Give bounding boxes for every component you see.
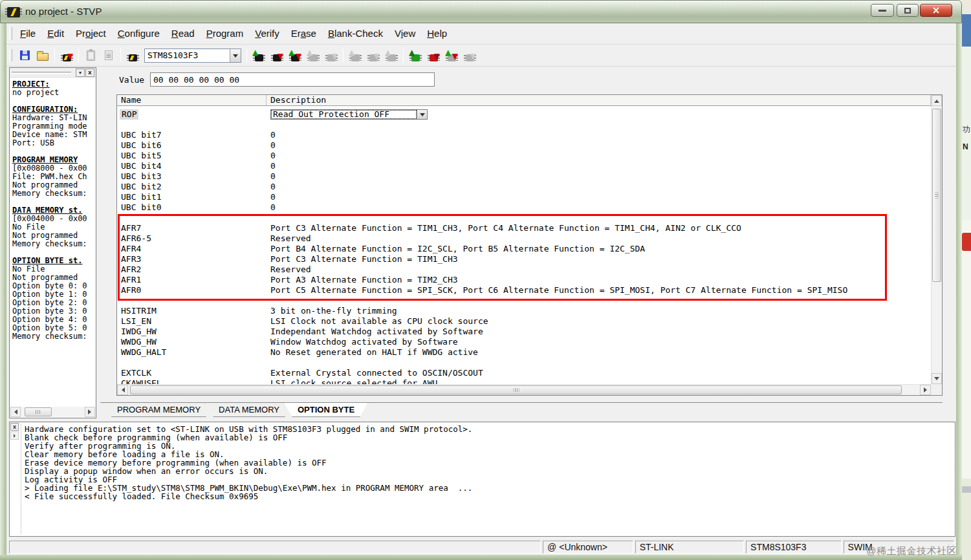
table-row[interactable]: AFR3Port C3 Alternate Function = TIM1_CH… (117, 254, 931, 264)
arrow-up-icon: ▲ (385, 48, 391, 56)
sidebar-grip[interactable] (12, 72, 71, 74)
option-description: 0 (270, 161, 276, 171)
table-row[interactable]: WWDG_HALTNo Reset generated on HALT if W… (117, 347, 931, 358)
tab-program-memory[interactable]: PROGRAM MEMORY (103, 403, 215, 417)
log-line: < File successfully loaded. File Checksu… (25, 492, 954, 501)
arrow-down-icon: ▼ (434, 52, 440, 60)
value-label: Value (119, 75, 144, 85)
table-row[interactable]: UBC bit30 (117, 171, 931, 182)
table-row[interactable]: CKAWUSELLSI clock source selected for AW… (117, 378, 931, 384)
sidebar-line (12, 147, 95, 156)
table-row[interactable]: AFR0Port C5 Alternate Function = SPI_SCK… (117, 285, 931, 296)
title-bar[interactable]: no project - STVP × (0, 0, 962, 23)
table-row[interactable]: UBC bit70 (117, 130, 931, 140)
program-active-tab-button[interactable]: ▼ (426, 48, 441, 63)
scrollbar-thumb[interactable] (130, 385, 902, 394)
floppy-icon (20, 50, 30, 60)
table-row[interactable]: AFR4Port B4 Alternate Function = I2C_SCL… (117, 244, 931, 254)
column-header-description[interactable]: Description (267, 95, 931, 105)
device-select[interactable]: STM8S103F3 (144, 48, 241, 63)
maximize-icon (904, 8, 911, 14)
read-active-tab-button[interactable]: ▲ (408, 48, 423, 63)
verify-active-tab-button[interactable]: ▼▲ (444, 48, 459, 63)
table-row[interactable]: UBC bit10 (117, 192, 931, 202)
tab-option-byte[interactable]: OPTION BYTE (283, 403, 369, 417)
arrow-left-icon (119, 387, 125, 393)
table-row[interactable]: UBC bit60 (117, 140, 931, 151)
menu-item-view[interactable]: View (389, 23, 421, 39)
menu-item-help[interactable]: Help (421, 23, 453, 39)
desktop-fragment-text: 功 (963, 124, 970, 135)
rop-dropdown[interactable]: Read Out Protection OFF (270, 109, 428, 120)
log-close-button[interactable]: x (10, 423, 19, 431)
table-row[interactable]: HSITRIM3 bit on-the-fly trimming (117, 306, 931, 316)
open-button[interactable] (35, 48, 50, 63)
option-description: LSI Clock not available as CPU clock sou… (270, 316, 488, 327)
toolbar-separator (246, 48, 247, 63)
menu-item-project[interactable]: Project (70, 23, 112, 39)
scroll-right-button[interactable] (920, 385, 931, 395)
table-row[interactable]: UBC bit50 (117, 151, 931, 161)
menu-item-edit[interactable]: Edit (41, 23, 70, 39)
option-description: Port C5 Alternate Function = SPI_SCK, Po… (270, 285, 847, 296)
table-row[interactable]: EXTCLKExternal Crystal connected to OSCI… (117, 368, 931, 378)
scroll-left-button[interactable] (10, 407, 21, 417)
table-row[interactable]: WWDG_HWWindow Watchdog activated by Soft… (117, 337, 931, 347)
menu-item-configure[interactable]: Configure (112, 23, 166, 39)
program-device-button[interactable]: ▼ (59, 48, 74, 63)
menu-item-blank-check[interactable]: Blank-Check (322, 23, 389, 39)
menu-item-erase[interactable]: Erase (285, 23, 322, 39)
chevron-down-icon (420, 113, 425, 119)
maximize-button[interactable] (897, 4, 919, 17)
log-nav-button[interactable] (10, 431, 19, 440)
device-chip-icon[interactable] (125, 48, 140, 63)
table-row[interactable]: AFR2Reserved (117, 264, 931, 275)
sidebar-horizontal-scrollbar[interactable] (10, 407, 95, 417)
table-row[interactable]: UBC bit40 (117, 161, 931, 171)
sidebar-line: Memory checksum: (12, 189, 95, 198)
close-button[interactable]: × (920, 4, 952, 17)
save-button[interactable] (17, 48, 32, 63)
menu-item-program[interactable]: Program (201, 23, 250, 39)
table-row[interactable]: AFR1Port A3 Alternate Function = TIM2_CH… (117, 275, 931, 285)
status-panel-stm8s103f3: STM8S103F3 (746, 541, 842, 554)
rop-dropdown-arrow-button[interactable] (417, 110, 427, 119)
table-row[interactable]: UBC bit00 (117, 202, 931, 213)
device-select-arrow-button[interactable] (230, 49, 241, 62)
sidebar-pin-button[interactable]: ▾ (76, 69, 85, 77)
status-panel-main (9, 541, 541, 554)
sidebar-close-button[interactable]: x (85, 69, 94, 77)
scrollbar-thumb[interactable] (932, 109, 941, 282)
table-row[interactable]: AFR6-5Reserved (117, 233, 931, 244)
read-all-tabs-button[interactable]: ▲ (251, 48, 267, 63)
table-row[interactable]: IWDG_HWIndependant Watchdog activated by… (117, 327, 931, 337)
value-input[interactable] (150, 72, 435, 87)
option-name: UBC bit3 (121, 171, 162, 182)
option-name: WWDG_HW (121, 337, 157, 347)
table-row[interactable]: UBC bit20 (117, 182, 931, 192)
table-row[interactable]: AFR7Port C3 Alternate Function = TIM1_CH… (117, 223, 931, 233)
option-name: UBC bit2 (121, 182, 162, 192)
scroll-down-button[interactable] (932, 373, 942, 384)
scrollbar-thumb[interactable] (25, 407, 52, 416)
table-row[interactable]: LSI_ENLSI Clock not available as CPU clo… (117, 316, 931, 327)
sidebar-content: PROJECT:no projectCONFIGURATION:Hardware… (10, 78, 96, 341)
sidebar-line (12, 198, 95, 206)
verify-all-tabs-button[interactable]: ▲▼ (287, 48, 303, 63)
sidebar-line (12, 248, 95, 257)
scroll-up-button[interactable] (932, 95, 942, 106)
program-all-tabs-button[interactable]: ▼ (269, 48, 285, 63)
minimize-button[interactable] (871, 4, 894, 17)
arrow-down-icon: ▼ (296, 52, 301, 60)
scroll-right-button[interactable] (85, 407, 95, 417)
sidebar-line: Programming mode (12, 122, 95, 131)
table-row[interactable]: ROPRead Out Protection OFF (117, 109, 931, 120)
horizontal-scrollbar[interactable] (117, 384, 931, 395)
vertical-scrollbar[interactable] (931, 95, 942, 384)
tab-data-memory[interactable]: DATA MEMORY (204, 403, 294, 417)
menu-item-verify[interactable]: Verify (249, 23, 285, 39)
menu-item-read[interactable]: Read (166, 23, 201, 39)
scroll-left-button[interactable] (117, 385, 128, 395)
column-header-name[interactable]: Name (117, 95, 267, 105)
menu-item-file[interactable]: File (14, 23, 41, 39)
